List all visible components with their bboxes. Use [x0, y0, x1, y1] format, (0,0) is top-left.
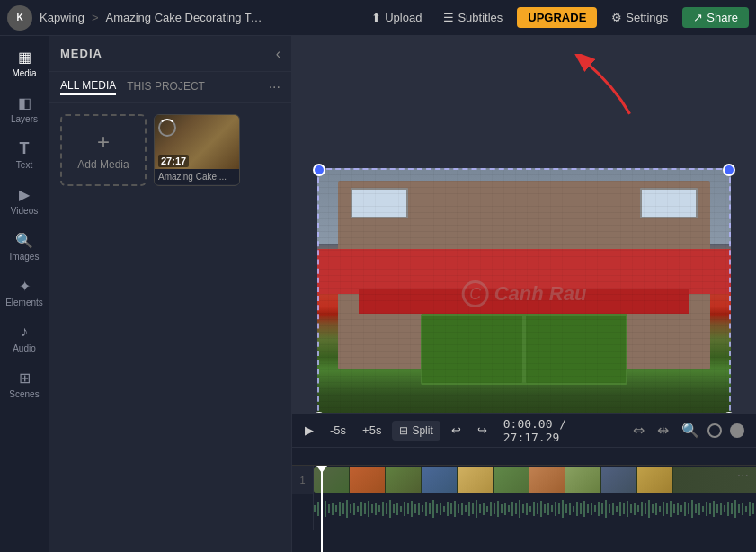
canvas-area[interactable]: ↻ C Canh Rau [292, 36, 756, 552]
svg-rect-15 [364, 503, 366, 514]
svg-rect-104 [684, 502, 686, 516]
svg-rect-5 [328, 504, 330, 513]
skip-fwd-button[interactable]: +5s [357, 420, 387, 441]
record-button[interactable] [725, 421, 749, 441]
tab-this-project[interactable]: THIS PROJECT [127, 80, 205, 94]
playhead[interactable] [321, 466, 323, 552]
svg-rect-119 [738, 504, 740, 513]
svg-rect-71 [565, 504, 567, 513]
svg-rect-118 [734, 500, 736, 518]
panel-more-button[interactable]: ··· [269, 79, 280, 95]
sidebar-item-text[interactable]: T Text [0, 131, 49, 177]
sidebar-item-media[interactable]: ▦ Media [0, 40, 49, 85]
timeline-right-controls: ⇔ ⇹ 🔍 [628, 419, 749, 441]
settings-button[interactable]: ⚙ Settings [604, 7, 675, 28]
video-track-row: 1 [292, 466, 756, 494]
svg-rect-117 [731, 503, 733, 514]
svg-rect-90 [634, 503, 636, 515]
media-name: Amazing Cake ... [155, 169, 239, 184]
svg-rect-54 [504, 503, 506, 515]
media-thumbnail[interactable]: 27:17 Amazing Cake ... [154, 114, 240, 186]
svg-rect-91 [637, 505, 639, 512]
svg-rect-10 [346, 500, 348, 518]
timeline-fit-button[interactable]: ⇔ [628, 419, 649, 441]
svg-rect-13 [357, 506, 359, 512]
gear-icon: ⚙ [611, 11, 622, 24]
add-media-plus-icon: + [97, 129, 110, 155]
track-number-1: 1 [292, 466, 314, 494]
svg-rect-123 [752, 503, 754, 514]
svg-rect-99 [666, 503, 668, 514]
svg-rect-111 [709, 503, 711, 514]
svg-rect-16 [368, 501, 369, 517]
playhead-head [316, 466, 327, 473]
svg-rect-23 [393, 504, 395, 513]
upgrade-button[interactable]: UPGRADE [517, 7, 597, 28]
svg-rect-93 [645, 503, 646, 514]
svg-rect-89 [630, 504, 632, 513]
text-icon: T [14, 138, 34, 158]
undo-button[interactable]: ↩ [446, 420, 467, 441]
sidebar-item-elements[interactable]: ✦ Elements [0, 269, 49, 315]
share-button[interactable]: ↗ Share [682, 7, 749, 28]
skip-back-button[interactable]: -5s [325, 420, 351, 441]
svg-rect-87 [623, 503, 625, 514]
svg-rect-101 [673, 504, 675, 513]
redo-button[interactable]: ↪ [472, 420, 493, 441]
tab-all-media[interactable]: ALL MEDIA [60, 79, 116, 95]
panel-header: MEDIA ‹ [49, 36, 291, 72]
audio-icon: ♪ [14, 322, 34, 342]
video-track-content[interactable] [314, 466, 756, 494]
topbar: K Kapwing > Amazing Cake Decorating Tech… [0, 0, 756, 36]
svg-rect-39 [450, 503, 452, 514]
sidebar-item-images[interactable]: 🔍 Images [0, 223, 49, 269]
upload-button[interactable]: ⬆ Upload [364, 7, 429, 28]
svg-rect-67 [551, 505, 553, 512]
svg-rect-55 [508, 505, 510, 512]
video-canvas[interactable]: ↻ [317, 168, 731, 420]
sidebar-item-layers[interactable]: ◧ Layers [0, 85, 49, 131]
zoom-out-button[interactable]: 🔍 [677, 419, 704, 441]
svg-rect-29 [414, 504, 416, 513]
sidebar-item-videos[interactable]: ▶ Videos [0, 177, 49, 223]
play-button[interactable]: ▶ [299, 420, 319, 441]
svg-rect-66 [547, 503, 549, 515]
svg-rect-61 [529, 506, 531, 512]
svg-rect-81 [601, 503, 603, 514]
svg-rect-45 [472, 503, 474, 514]
svg-rect-72 [569, 503, 571, 515]
svg-rect-106 [691, 500, 693, 518]
svg-rect-38 [447, 502, 449, 516]
svg-rect-85 [616, 506, 618, 512]
add-media-card[interactable]: + Add Media [60, 114, 147, 186]
svg-rect-96 [655, 503, 657, 515]
subtitles-icon: ☰ [443, 11, 454, 24]
svg-rect-19 [378, 505, 380, 512]
svg-rect-78 [591, 503, 592, 515]
svg-rect-68 [555, 502, 556, 516]
timeline-magnet-button[interactable]: ⇹ [653, 419, 673, 441]
svg-rect-4 [325, 501, 326, 517]
sidebar-item-scenes[interactable]: ⊞ Scenes [0, 361, 49, 406]
timeline-ruler: 0 2:12 4:24 6:36 8:48 [292, 448, 756, 466]
audio-track-content[interactable] [314, 494, 756, 530]
svg-rect-56 [511, 502, 513, 516]
sidebar-label-media: Media [12, 68, 36, 78]
svg-rect-63 [537, 503, 538, 514]
timeline-area: ▶ -5s +5s ⊟ Split ↩ ↪ 0:00.00 / 27:17.29… [292, 413, 756, 552]
split-button[interactable]: ⊟ Split [392, 421, 440, 441]
layers-icon: ◧ [14, 93, 34, 112]
panel-close-button[interactable]: ‹ [276, 46, 280, 62]
sidebar-label-images: Images [10, 252, 40, 262]
media-icon: ▦ [14, 47, 34, 67]
subtitles-button[interactable]: ☰ Subtitles [436, 7, 510, 28]
media-thumb-img: 27:17 [155, 115, 240, 169]
sidebar-item-audio[interactable]: ♪ Audio [0, 315, 49, 361]
zoom-circle [707, 423, 722, 438]
svg-rect-1 [314, 505, 316, 512]
left-sidebar: ▦ Media ◧ Layers T Text ▶ Videos 🔍 Image… [0, 36, 49, 552]
share-icon: ↗ [693, 11, 703, 24]
svg-rect-32 [425, 502, 427, 516]
svg-rect-30 [418, 503, 420, 515]
timeline-more-button[interactable]: ··· [737, 467, 749, 484]
